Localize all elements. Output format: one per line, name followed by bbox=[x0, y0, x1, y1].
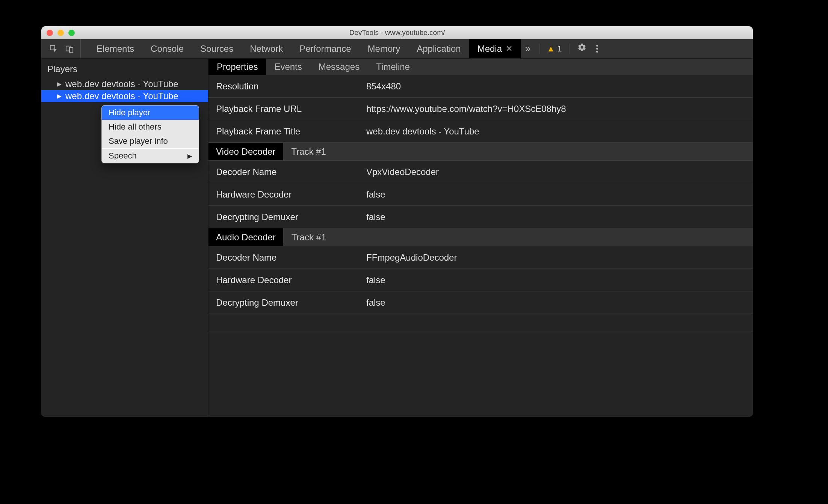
prop-value: https://www.youtube.com/watch?v=H0XScE08… bbox=[366, 104, 753, 114]
close-icon[interactable]: ✕ bbox=[506, 44, 512, 54]
divider bbox=[539, 44, 539, 54]
inspect-element-icon[interactable] bbox=[50, 45, 58, 53]
video-decoder-section: Video Decoder Track #1 bbox=[209, 143, 753, 161]
prop-row: Decoder Name FFmpegAudioDecoder bbox=[209, 246, 753, 269]
tab-label: Memory bbox=[368, 44, 400, 54]
ctx-label: Speech bbox=[109, 151, 137, 161]
subtab-timeline[interactable]: Timeline bbox=[368, 59, 418, 75]
ctx-save-player-info[interactable]: Save player info bbox=[102, 134, 199, 148]
devtools-tabs: Elements Console Sources Network Perform… bbox=[88, 39, 521, 58]
empty-row bbox=[209, 314, 753, 332]
tab-sources[interactable]: Sources bbox=[192, 39, 242, 58]
tab-label: Sources bbox=[200, 44, 233, 54]
tab-elements[interactable]: Elements bbox=[88, 39, 142, 58]
context-menu: Hide player Hide all others Save player … bbox=[101, 105, 199, 163]
settings-icon[interactable] bbox=[577, 43, 586, 54]
subtab-label: Timeline bbox=[376, 62, 410, 72]
tab-label: Performance bbox=[299, 44, 351, 54]
tab-console[interactable]: Console bbox=[142, 39, 192, 58]
device-toolbar-icon[interactable] bbox=[65, 45, 74, 53]
warning-count: 1 bbox=[557, 44, 562, 54]
ctx-hide-all-others[interactable]: Hide all others bbox=[102, 120, 199, 134]
warnings-indicator[interactable]: ▲ 1 bbox=[547, 44, 562, 54]
minimize-window-button[interactable] bbox=[57, 30, 64, 36]
prop-key: Decoder Name bbox=[209, 167, 366, 177]
ctx-speech-submenu[interactable]: Speech ▶ bbox=[102, 149, 199, 163]
prop-value: 854x480 bbox=[366, 81, 753, 92]
subtab-label: Messages bbox=[319, 62, 360, 72]
prop-key: Decrypting Demuxer bbox=[209, 297, 366, 308]
warning-icon: ▲ bbox=[547, 44, 555, 54]
tab-media[interactable]: Media ✕ bbox=[469, 39, 521, 58]
prop-row: Decrypting Demuxer false bbox=[209, 291, 753, 314]
prop-value: false bbox=[366, 275, 753, 285]
prop-value: VpxVideoDecoder bbox=[366, 167, 753, 177]
player-item[interactable]: ▶ web.dev devtools - YouTube bbox=[41, 90, 208, 102]
prop-key: Playback Frame Title bbox=[209, 126, 366, 137]
tab-label: Application bbox=[417, 44, 461, 54]
prop-key: Resolution bbox=[209, 81, 366, 92]
prop-row: Playback Frame Title web.dev devtools - … bbox=[209, 120, 753, 143]
player-label: web.dev devtools - YouTube bbox=[65, 91, 178, 101]
ctx-label: Save player info bbox=[109, 136, 168, 146]
section-track: Track #1 bbox=[283, 228, 334, 246]
tab-memory[interactable]: Memory bbox=[360, 39, 409, 58]
section-label: Audio Decoder bbox=[209, 228, 283, 246]
subtab-messages[interactable]: Messages bbox=[310, 59, 368, 75]
tab-network[interactable]: Network bbox=[242, 39, 291, 58]
ctx-label: Hide player bbox=[109, 108, 150, 118]
devtools-window: DevTools - www.youtube.com/ Elements Con… bbox=[41, 26, 753, 417]
prop-row: Decrypting Demuxer false bbox=[209, 206, 753, 228]
window-controls bbox=[41, 30, 75, 36]
tab-label: Network bbox=[250, 44, 283, 54]
empty-row bbox=[209, 332, 753, 350]
play-triangle-icon: ▶ bbox=[57, 93, 62, 100]
players-sidebar: Players ▶ web.dev devtools - YouTube ▶ w… bbox=[41, 59, 209, 417]
tab-label: Elements bbox=[97, 44, 134, 54]
prop-value: false bbox=[366, 297, 753, 308]
subtab-events[interactable]: Events bbox=[266, 59, 310, 75]
prop-key: Decoder Name bbox=[209, 252, 366, 263]
media-main-panel: Properties Events Messages Timeline Reso… bbox=[209, 59, 753, 417]
subtab-properties[interactable]: Properties bbox=[209, 59, 266, 75]
player-item[interactable]: ▶ web.dev devtools - YouTube bbox=[41, 78, 208, 90]
subtab-label: Properties bbox=[217, 62, 258, 72]
tab-label: Media bbox=[477, 44, 502, 54]
svg-rect-2 bbox=[70, 47, 73, 52]
prop-key: Playback Frame URL bbox=[209, 104, 366, 114]
play-triangle-icon: ▶ bbox=[57, 81, 62, 88]
prop-key: Hardware Decoder bbox=[209, 189, 366, 200]
sidebar-header: Players bbox=[41, 59, 208, 78]
prop-row: Resolution 854x480 bbox=[209, 75, 753, 98]
toolbar-right: » ▲ 1 bbox=[523, 39, 606, 58]
player-label: web.dev devtools - YouTube bbox=[65, 79, 178, 89]
prop-value: web.dev devtools - YouTube bbox=[366, 126, 753, 137]
devtools-tabstrip: Elements Console Sources Network Perform… bbox=[41, 39, 753, 59]
prop-key: Decrypting Demuxer bbox=[209, 212, 366, 222]
tab-performance[interactable]: Performance bbox=[291, 39, 359, 58]
prop-key: Hardware Decoder bbox=[209, 275, 366, 285]
toolbar-left bbox=[41, 39, 81, 58]
window-titlebar: DevTools - www.youtube.com/ bbox=[41, 26, 753, 39]
more-tabs-icon[interactable]: » bbox=[523, 43, 531, 54]
prop-row: Hardware Decoder false bbox=[209, 183, 753, 206]
prop-row: Hardware Decoder false bbox=[209, 269, 753, 291]
divider bbox=[570, 44, 570, 54]
section-track: Track #1 bbox=[283, 143, 334, 160]
subtab-label: Events bbox=[274, 62, 302, 72]
media-subtabs: Properties Events Messages Timeline bbox=[209, 59, 753, 75]
ctx-label: Hide all others bbox=[109, 122, 162, 132]
chevron-right-icon: ▶ bbox=[187, 152, 192, 160]
tab-label: Console bbox=[151, 44, 184, 54]
more-options-icon[interactable] bbox=[594, 45, 600, 53]
maximize-window-button[interactable] bbox=[68, 30, 75, 36]
ctx-hide-player[interactable]: Hide player bbox=[102, 106, 199, 120]
panel-body: Players ▶ web.dev devtools - YouTube ▶ w… bbox=[41, 59, 753, 417]
prop-row: Playback Frame URL https://www.youtube.c… bbox=[209, 98, 753, 120]
tab-application[interactable]: Application bbox=[408, 39, 469, 58]
section-label: Video Decoder bbox=[209, 143, 283, 160]
prop-value: FFmpegAudioDecoder bbox=[366, 252, 753, 263]
prop-row: Decoder Name VpxVideoDecoder bbox=[209, 161, 753, 183]
close-window-button[interactable] bbox=[47, 30, 53, 36]
properties-grid: Resolution 854x480 Playback Frame URL ht… bbox=[209, 75, 753, 417]
